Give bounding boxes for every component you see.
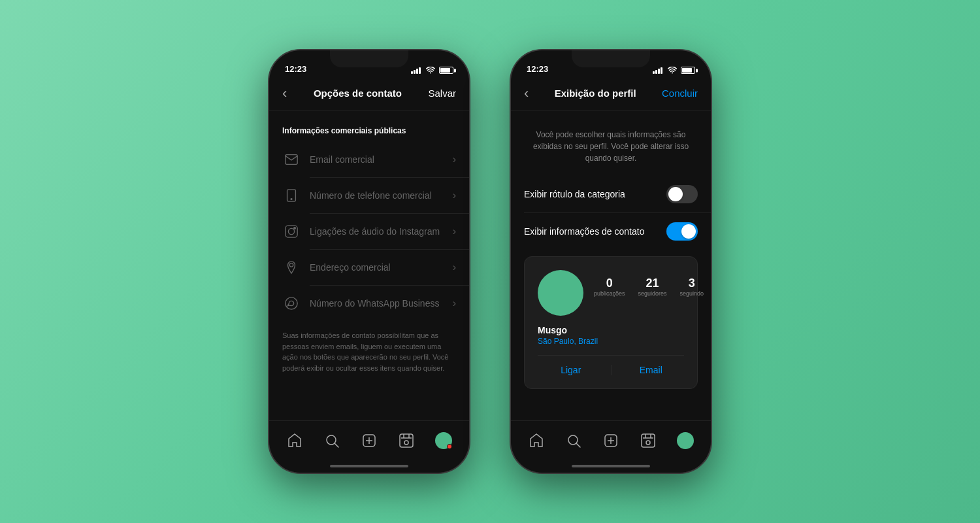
status-bar-1: 12:23 [269,50,469,76]
profile-avatar [538,270,583,316]
back-button-1[interactable]: ‹ [282,85,287,102]
battery-icon-2 [681,67,695,74]
stat-following: 3 seguindo [680,277,704,297]
profile-location: São Paulo, Brazil [538,337,684,346]
status-time-1: 12:23 [285,64,306,74]
list-item-instagram[interactable]: Ligações de áudio do Instagram › [269,214,469,249]
conclude-button-2[interactable]: Concluir [662,88,698,99]
tab-profile-2[interactable] [672,428,698,454]
stat-posts: 0 publicações [594,277,625,297]
nav-title-1: Opções de contato [314,88,402,99]
tab-profile-1[interactable] [431,428,457,454]
tab-add-2[interactable] [598,428,624,454]
nav-title-2: Exibição do perfil [555,88,636,99]
profile-name: Musgo [538,325,684,335]
list-item-whatsapp[interactable]: Número do WhatsApp Business › [269,286,469,321]
home-indicator-2 [511,460,711,473]
email-label: Email comercial [310,154,453,165]
tab-bar-2 [511,420,711,460]
svg-point-4 [288,228,294,234]
action-email[interactable]: Email [618,365,685,375]
tab-reels-2[interactable] [635,428,661,454]
avatar-tab-2 [677,432,694,449]
toggle-row-category: Exibir rótulo da categoria [511,176,711,212]
toggle-category[interactable] [666,185,698,203]
profile-stats: 0 publicações 21 seguidores 3 seguindo [594,277,704,297]
whatsapp-icon [282,294,301,312]
svg-rect-0 [286,155,297,165]
tab-home-1[interactable] [282,428,308,454]
profile-card: 0 publicações 21 seguidores 3 seguindo [524,256,698,389]
toggle-row-contact: Exibir informações de contato [511,213,711,250]
status-time-2: 12:23 [527,64,548,74]
tab-search-1[interactable] [319,428,345,454]
tab-add-1[interactable] [356,428,382,454]
tab-home-2[interactable] [523,428,549,454]
phone-icon [282,186,301,205]
svg-point-7 [286,297,297,309]
list-item-address[interactable]: Endereço comercial › [269,250,469,285]
svg-point-5 [294,228,296,229]
screen-content-1: Informações comerciais públicas Email co… [269,110,469,420]
stat-following-number: 3 [689,277,695,290]
tab-search-2[interactable] [561,428,587,454]
action-call[interactable]: Ligar [538,365,604,375]
list-item-phone[interactable]: Número de telefone comercial › [269,178,469,213]
chevron-icon-address: › [453,262,456,273]
chevron-icon-whatsapp: › [453,297,456,309]
instagram-icon [282,222,301,241]
screen-content-2: Você pode escolher quais informações são… [511,110,711,420]
back-button-2[interactable]: ‹ [524,85,529,102]
phone-1: 12:23 ‹ [268,49,470,474]
status-icons-2 [653,67,695,74]
phone-label: Número de telefone comercial [310,190,453,201]
wifi-icon-1 [426,67,435,74]
chevron-icon-email: › [453,154,456,165]
toggle-knob-contact [681,224,696,239]
phone-2: 12:23 ‹ [510,49,712,474]
status-icons-1 [411,67,453,74]
svg-point-2 [291,199,292,200]
section-heading-1: Informações comerciais públicas [269,121,469,142]
list-item-email[interactable]: Email comercial › [269,142,469,177]
svg-point-6 [289,263,293,267]
stat-followers-label: seguidores [638,290,667,297]
profile-actions: Ligar Email [538,355,684,375]
signal-icon-1 [411,67,421,74]
phone-2-screen: 12:23 ‹ [511,50,711,473]
nav-bar-1: ‹ Opções de contato Salvar [269,76,469,110]
avatar-tab-1 [435,432,452,449]
battery-icon-1 [439,67,453,74]
tab-bar-1 [269,420,469,460]
info-text-1: Suas informações de contato possibilitam… [269,321,469,382]
stat-following-label: seguindo [680,290,704,297]
stat-posts-label: publicações [594,290,625,297]
nav-bar-2: ‹ Exibição do perfil Concluir [511,76,711,110]
instagram-label: Ligações de áudio do Instagram [310,226,453,237]
chevron-icon-phone: › [453,190,456,201]
location-icon [282,258,301,277]
status-bar-2: 12:23 [511,50,711,76]
profile-header: 0 publicações 21 seguidores 3 seguindo [538,270,684,316]
toggle-knob-category [668,187,683,201]
svg-point-11 [404,441,408,445]
wifi-icon-2 [668,67,677,74]
chevron-icon-instagram: › [453,226,456,237]
stat-posts-number: 0 [606,277,613,290]
tab-reels-1[interactable] [393,428,419,454]
address-label: Endereço comercial [310,262,453,273]
profile-description: Você pode escolher quais informações são… [511,121,711,176]
toggle-label-category: Exibir rótulo da categoria [524,189,625,199]
stat-followers: 21 seguidores [638,277,667,297]
signal-icon-2 [653,67,662,74]
toggle-contact[interactable] [666,222,698,241]
toggle-label-contact: Exibir informações de contato [524,226,644,237]
save-button-1[interactable]: Salvar [428,88,456,99]
svg-point-15 [646,441,650,445]
home-indicator-1 [269,460,469,473]
phone-1-screen: 12:23 ‹ [269,50,469,473]
stat-followers-number: 21 [646,277,659,290]
action-divider [611,365,612,375]
envelope-icon [282,150,301,169]
whatsapp-label: Número do WhatsApp Business [310,298,453,309]
